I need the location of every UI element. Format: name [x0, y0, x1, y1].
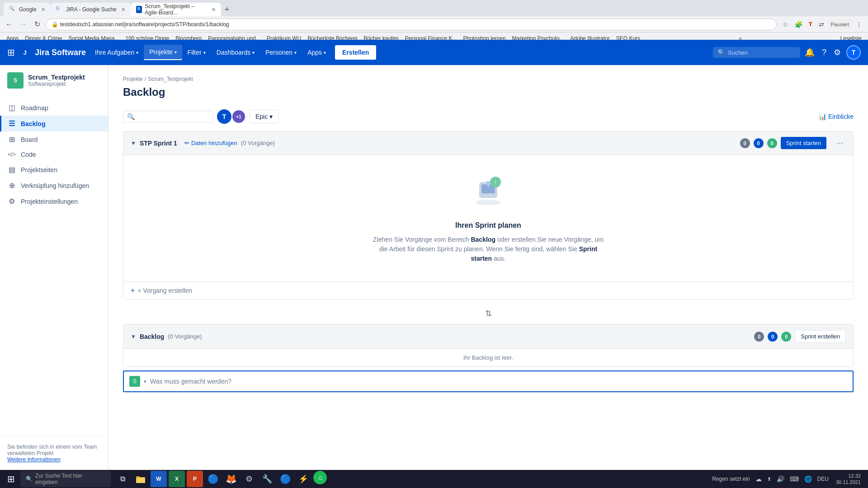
settings-icon[interactable]: ⚙ — [831, 45, 844, 60]
sprint-header: ▼ STP Sprint 1 ✏ Daten hinzufügen (0 Vor… — [123, 131, 853, 155]
browser-tab-google[interactable]: 🔍 Google ✕ — [4, 3, 51, 16]
taskbar-app-firefox[interactable]: 🦊 — [223, 471, 239, 487]
nav-dashboards[interactable]: Dashboards ▾ — [211, 45, 260, 60]
sidebar-footer-link[interactable]: Weitere Informationen — [7, 456, 101, 463]
toolbar-search-input[interactable] — [135, 113, 203, 120]
sprint-collapse-icon[interactable]: ▼ — [131, 140, 136, 146]
tray-volume[interactable]: 🔊 — [775, 474, 786, 483]
taskbar-app-word[interactable]: W — [151, 471, 167, 487]
taskbar-search-label: Zur Suche Text hier eingeben — [35, 473, 105, 485]
sidebar-label-backlog: Backlog — [21, 120, 45, 127]
taskbar-app-task-view[interactable]: ⧉ — [114, 471, 131, 487]
browser-tabs: 🔍 Google ✕ G JIRA - Google Suche ✕ S Scr… — [0, 0, 868, 16]
paused-btn[interactable]: Pausiert — [828, 19, 852, 29]
nav-aufgaben[interactable]: Ihre Aufgaben ▾ — [90, 45, 144, 60]
sidebar-item-board[interactable]: ⊞ Board — [0, 131, 108, 147]
epic-filter-button[interactable]: Epic ▾ — [250, 110, 278, 123]
backlog-empty-text: Ihr Backlog ist leer. — [123, 348, 853, 366]
toolbar-avatar-group[interactable]: +1 — [231, 109, 246, 124]
tab-label-google: Google — [19, 6, 37, 13]
browser-tab-jira-board[interactable]: S Scrum_Testprojekt – Agile-Board... ✕ — [131, 3, 221, 16]
sprint-add-data[interactable]: ✏ Daten hinzufügen — [184, 140, 237, 146]
sprint-more-button[interactable]: ··· — [834, 137, 846, 149]
taskbar-time: 12:32 — [836, 473, 861, 479]
menu-btn[interactable]: ⋮ — [854, 19, 864, 29]
svg-rect-10 — [136, 476, 140, 478]
tray-cloud[interactable]: ☁ — [754, 474, 764, 483]
create-button[interactable]: Erstellen — [335, 45, 376, 60]
backlog-collapse-icon[interactable]: ▼ — [131, 333, 136, 340]
epic-chevron-icon: ▾ — [269, 113, 273, 120]
sprint-empty-area: ↑ Ihren Sprint planen Ziehen Sie Vorgäng… — [123, 155, 853, 299]
sidebar-item-code[interactable]: </> Code — [0, 147, 108, 162]
toolbar-search[interactable]: 🔍 — [123, 111, 213, 122]
search-input[interactable] — [728, 49, 796, 56]
sidebar-item-einstellungen[interactable]: ⚙ Projekteinstellungen — [0, 193, 108, 209]
browser-tab-jira-search[interactable]: G JIRA - Google Suche ✕ — [51, 3, 131, 16]
sprint-empty-desc: Ziehen Sie Vorgänge vom Bereich Backlog … — [371, 235, 606, 263]
tray-weather[interactable]: Regen setzt ein — [710, 475, 751, 483]
taskbar-app-blue2[interactable]: 🔵 — [277, 471, 293, 487]
notifications-icon[interactable]: 🔔 — [802, 45, 817, 60]
nav-apps[interactable]: Apps ▾ — [302, 45, 331, 60]
taskbar-app-excel[interactable]: X — [169, 471, 185, 487]
sidebar-item-roadmap[interactable]: ◫ Roadmap — [0, 100, 108, 116]
nav-personen[interactable]: Personen ▾ — [260, 45, 302, 60]
refresh-button[interactable]: ↻ — [33, 18, 42, 30]
user-avatar[interactable]: T — [846, 45, 861, 60]
toolbar-avatar-t[interactable]: T — [217, 109, 231, 124]
taskbar-app-tools[interactable]: 🔧 — [259, 471, 275, 487]
forward-button[interactable]: → — [18, 19, 29, 30]
taskbar-search-icon: 🔍 — [26, 476, 33, 482]
tab-close-google[interactable]: ✕ — [41, 7, 45, 13]
add-vorgang-label: + Vorgang erstellen — [137, 287, 192, 294]
taskbar-clock[interactable]: 12:32 30.11.2021 — [832, 473, 864, 486]
nav-projekte[interactable]: Projekte ▾ — [144, 45, 182, 60]
nav-apps-chevron: ▾ — [324, 50, 326, 55]
project-type: Softwareprojekt — [28, 81, 85, 87]
back-button[interactable]: ← — [4, 19, 14, 30]
sprint-start-button[interactable]: Sprint starten — [781, 137, 826, 149]
help-icon[interactable]: ? — [819, 45, 829, 60]
tab-close-jira-search[interactable]: ✕ — [121, 7, 125, 13]
taskbar-app-chrome[interactable]: 🔵 — [205, 471, 221, 487]
breadcrumb-projekte[interactable]: Projekte — [123, 76, 143, 82]
sprint-create-button[interactable]: Sprint erstellen — [795, 330, 846, 343]
apps-grid-icon[interactable]: ⊞ — [7, 47, 15, 58]
sync-btn[interactable]: ⇄ — [816, 19, 826, 29]
taskbar-search[interactable]: 🔍 Zur Suche Text hier eingeben — [20, 471, 111, 487]
taskbar-app-explorer[interactable] — [132, 471, 149, 487]
nav-filter[interactable]: Filter ▾ — [182, 45, 211, 60]
profile-btn[interactable]: T — [807, 19, 814, 29]
tray-network[interactable]: 🌐 — [802, 474, 814, 483]
taskbar-date: 30.11.2021 — [836, 479, 861, 485]
tab-close-jira-board[interactable]: ✕ — [212, 7, 216, 13]
taskbar-app-settings[interactable]: ⚙ — [241, 471, 257, 487]
tray-up[interactable]: ⬆ — [765, 475, 773, 483]
sidebar-item-projektseiten[interactable]: ▤ Projektseiten — [0, 162, 108, 178]
project-info: Scrum_Testprojekt Softwareprojekt — [28, 74, 85, 87]
insights-button[interactable]: 📊 Einblicke — [819, 113, 854, 120]
bookmark-star[interactable]: ☆ — [780, 19, 791, 29]
breadcrumb: Projekte / Scrum_Testprojekt — [123, 76, 854, 82]
project-icon: S — [7, 72, 24, 89]
windows-start-button[interactable]: ⊞ — [4, 472, 19, 486]
taskbar-app-spotify[interactable]: ♫ — [313, 471, 327, 484]
taskbar-app-powerpoint[interactable]: P — [187, 471, 203, 487]
search-icon: 🔍 — [717, 49, 725, 56]
new-tab-button[interactable]: + — [221, 3, 235, 16]
add-vorgang-button[interactable]: + + Vorgang erstellen — [123, 282, 853, 299]
new-issue-input[interactable] — [150, 378, 847, 385]
issue-type-chevron[interactable]: ▾ — [144, 379, 146, 385]
sidebar-item-backlog[interactable]: ☰ Backlog — [0, 116, 108, 131]
jira-logo[interactable]: J Jira Software — [19, 46, 86, 59]
tray-keyboard[interactable]: ⌨ — [788, 474, 801, 483]
search-container[interactable]: 🔍 — [713, 47, 800, 58]
sidebar-item-verknuepfung[interactable]: ⊕ Verknüpfung hinzufügen — [0, 178, 108, 193]
taskbar-app-zap[interactable]: ⚡ — [295, 471, 311, 487]
projektseiten-icon: ▤ — [7, 165, 16, 174]
breadcrumb-scrum[interactable]: Scrum_Testprojekt — [148, 76, 193, 82]
roadmap-icon: ◫ — [7, 103, 16, 112]
address-bar[interactable]: 🔒 testdeutsch1.atlassian.net/jira/softwa… — [46, 19, 777, 30]
extension-btn[interactable]: 🧩 — [793, 19, 805, 29]
